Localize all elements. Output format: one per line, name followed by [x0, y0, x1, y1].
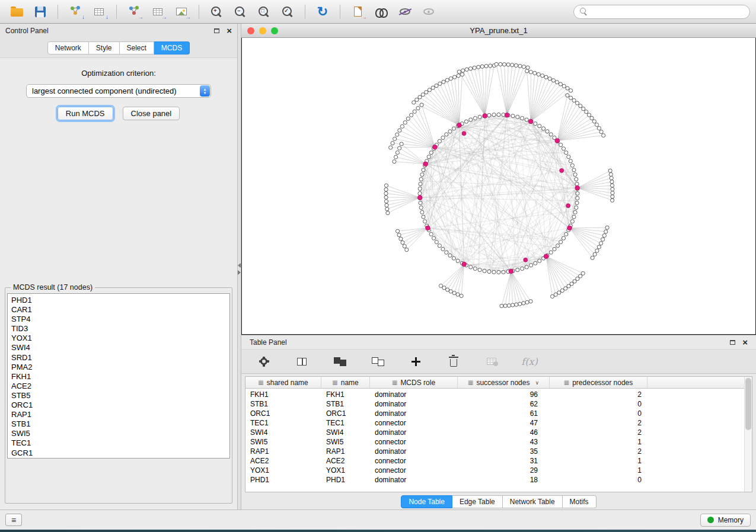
export-document-button[interactable]: →	[347, 3, 368, 21]
table-cell: 43	[458, 438, 550, 446]
first-neighbors-button[interactable]	[371, 3, 392, 21]
column-header-successor-nodes[interactable]: ▦successor nodes∨	[458, 377, 550, 388]
vertical-splitter[interactable]	[237, 24, 241, 509]
table-row[interactable]: STB1STB1dominator620	[245, 399, 752, 409]
collapse-right-icon[interactable]	[238, 270, 241, 275]
column-header-shared-name[interactable]: ▦shared name	[245, 377, 321, 388]
mcds-node-item[interactable]: CAR1	[8, 305, 229, 315]
table-settings-button[interactable]	[253, 352, 275, 370]
table-cell: 2	[550, 447, 647, 456]
table-row[interactable]: YOX1YOX1connector291	[245, 466, 752, 475]
memory-button[interactable]: Memory	[700, 514, 751, 527]
export-image-button[interactable]: →	[171, 3, 192, 21]
mcds-node-item[interactable]: STP4	[8, 315, 229, 324]
hide-selected-button[interactable]	[394, 3, 416, 21]
zoom-out-button[interactable]: −	[229, 3, 251, 21]
maximize-window-icon[interactable]	[271, 27, 278, 34]
tab-network[interactable]: Network	[47, 41, 89, 55]
table-cell: 2	[550, 390, 647, 399]
new-network-button[interactable]: →	[123, 3, 145, 21]
close-panel-button[interactable]: Close panel	[123, 107, 180, 120]
table-cell: 47	[458, 419, 550, 427]
close-panel-icon[interactable]: ×	[227, 26, 232, 35]
mcds-node-item[interactable]: PHD1	[8, 296, 229, 305]
float-panel-icon[interactable]	[214, 28, 219, 33]
close-table-panel-icon[interactable]: ×	[742, 338, 748, 347]
save-session-button[interactable]	[30, 3, 51, 21]
zoom-in-icon: +	[210, 6, 222, 18]
mcds-node-item[interactable]: TID3	[8, 324, 229, 334]
mcds-node-item[interactable]: STB1	[8, 419, 229, 429]
save-icon	[35, 7, 46, 17]
mcds-node-item[interactable]: SWI4	[8, 343, 229, 352]
delete-table-button[interactable]	[481, 352, 502, 370]
mcds-node-item[interactable]: ORC1	[8, 400, 229, 410]
collapse-left-icon[interactable]	[238, 263, 241, 268]
tab-style[interactable]: Style	[89, 41, 120, 55]
mcds-result-list[interactable]: PHD1CAR1STP4TID3YOX1SWI4SRD1PMA2FKH1ACE2…	[7, 293, 230, 459]
mcds-node-item[interactable]: GCR1	[8, 448, 229, 458]
run-mcds-button[interactable]: Run MCDS	[58, 107, 113, 120]
float-table-panel-icon[interactable]	[730, 340, 735, 345]
tab-node-table[interactable]: Node Table	[401, 495, 452, 508]
close-window-icon[interactable]	[247, 27, 254, 34]
refresh-network-button[interactable]: ↻	[312, 3, 333, 21]
zoom-selected-button[interactable]: ✓	[277, 3, 298, 21]
column-header-name[interactable]: ▦name	[321, 377, 370, 388]
mcds-node-item[interactable]: ACE2	[8, 382, 229, 391]
zoom-out-icon: −	[234, 6, 246, 18]
table-row[interactable]: ACE2ACE2connector311	[245, 456, 752, 466]
import-table-icon	[94, 8, 104, 15]
network-from-table-button[interactable]: →	[147, 3, 168, 21]
table-header-row: ▦shared name▦name▦MCDS role▦successor no…	[245, 377, 752, 389]
import-table-button[interactable]: ↓	[88, 3, 110, 21]
deselect-all-button[interactable]	[367, 352, 388, 370]
mcds-node-item[interactable]: TEC1	[8, 438, 229, 448]
table-row[interactable]: ORC1ORC1dominator610	[245, 409, 752, 418]
column-label: name	[341, 379, 359, 387]
tab-edge-table[interactable]: Edge Table	[452, 495, 503, 508]
add-column-button[interactable]	[405, 352, 426, 370]
table-row[interactable]: SWI5SWI5connector431	[245, 437, 752, 447]
open-file-button[interactable]	[6, 3, 27, 21]
document-arrow-icon: →	[361, 14, 367, 20]
column-header-mcds-role[interactable]: ▦MCDS role	[370, 377, 458, 388]
mcds-tab-content: Optimization criterion: largest connecte…	[0, 57, 237, 509]
column-header-predecessor-nodes[interactable]: ▦predecessor nodes	[550, 377, 647, 388]
table-row[interactable]: SWI4SWI4dominator462	[245, 428, 752, 437]
network-graph-svg[interactable]	[242, 38, 755, 334]
show-columns-button[interactable]	[291, 352, 312, 370]
select-all-button[interactable]	[329, 352, 350, 370]
mcds-node-item[interactable]: SRD1	[8, 353, 229, 363]
right-column: YPA_prune.txt_1 Table Panel ×	[241, 24, 756, 509]
import-network-button[interactable]: ↓	[65, 3, 86, 21]
minimize-window-icon[interactable]	[259, 27, 266, 34]
toolbar-divider	[340, 5, 340, 19]
criterion-select[interactable]: largest connected component (undirected)…	[26, 84, 211, 98]
table-scrollbar[interactable]	[744, 377, 752, 492]
delete-column-button[interactable]	[443, 352, 464, 370]
mcds-node-item[interactable]: PMA2	[8, 363, 229, 372]
mcds-node-item[interactable]: SWI5	[8, 429, 229, 438]
tab-mcds[interactable]: MCDS	[154, 41, 190, 55]
mcds-node-item[interactable]: YOX1	[8, 334, 229, 343]
zoom-in-button[interactable]: +	[206, 3, 227, 21]
search-input[interactable]	[591, 7, 744, 17]
show-all-button[interactable]	[418, 3, 439, 21]
table-row[interactable]: PHD1PHD1dominator180	[245, 475, 752, 485]
table-row[interactable]: TEC1TEC1connector472	[245, 418, 752, 428]
table-row[interactable]: FKH1FKH1dominator962	[245, 390, 752, 399]
table-row[interactable]: RAP1RAP1dominator352	[245, 447, 752, 456]
function-builder-button[interactable]: f(x)	[519, 352, 540, 370]
mcds-node-item[interactable]: RAP1	[8, 410, 229, 419]
zoom-fit-button[interactable]: □	[253, 3, 275, 21]
mcds-node-item[interactable]: STB5	[8, 391, 229, 400]
tab-select[interactable]: Select	[120, 41, 154, 55]
scrollbar-thumb[interactable]	[745, 378, 751, 430]
network-canvas[interactable]	[241, 38, 756, 335]
columns-icon	[297, 358, 307, 366]
mcds-node-item[interactable]: FKH1	[8, 372, 229, 382]
status-menu-button[interactable]: ≡	[5, 514, 22, 526]
tab-network-table[interactable]: Network Table	[503, 495, 563, 508]
tab-motifs[interactable]: Motifs	[563, 495, 596, 508]
